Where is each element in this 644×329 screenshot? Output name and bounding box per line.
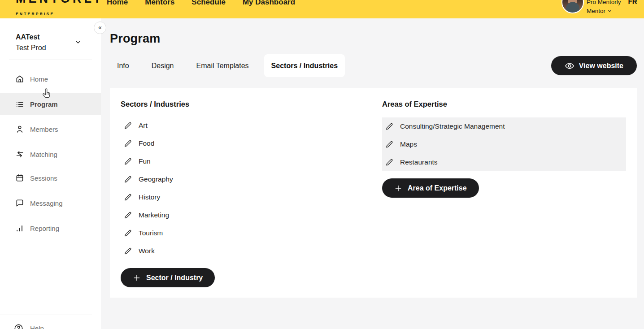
sector-list-item: Work [121, 242, 372, 260]
sidebar-item-label: Sessions [30, 174, 57, 182]
topnav-link-my-dashboard[interactable]: My Dashboard [243, 0, 295, 7]
edit-pencil-icon[interactable] [124, 229, 132, 237]
sectors-list: Art Food [121, 117, 372, 260]
collapse-icon: « [98, 24, 102, 30]
sidebar-item-home[interactable]: Home [0, 69, 101, 88]
expertise-list: Consulting/Strategic Management Maps [382, 117, 626, 171]
add-sector-button[interactable]: Sector / Industry [121, 268, 215, 287]
edit-pencil-icon[interactable] [124, 122, 132, 130]
sidebar-divider [0, 315, 92, 315]
person-icon [15, 125, 24, 134]
org-selector[interactable]: AATest Test Prod [0, 27, 101, 59]
edit-pencil-icon[interactable] [124, 176, 132, 183]
profile-menu[interactable]: Pro Mentorly FR Mentor [587, 0, 637, 14]
list-icon [15, 100, 24, 109]
edit-pencil-icon[interactable] [124, 158, 132, 165]
sidebar-item-matching[interactable]: Matching [0, 145, 101, 164]
expertise-label: Consulting/Strategic Management [400, 122, 505, 130]
eye-icon [565, 61, 574, 71]
logo-enterprise-label: ENTERPRISE [16, 12, 54, 16]
sector-list-item: Geography [121, 170, 372, 188]
calendar-icon [15, 173, 24, 182]
edit-pencil-icon[interactable] [124, 140, 132, 147]
role-dropdown[interactable]: Mentor [587, 8, 637, 14]
page-title: Program [110, 32, 644, 45]
role-label: Mentor [587, 8, 605, 14]
profile-name: Pro Mentorly [587, 0, 621, 5]
expertise-label: Restaurants [400, 158, 438, 166]
edit-pencil-icon[interactable] [124, 194, 132, 201]
sectors-column: Sectors / Industries Art [121, 88, 372, 287]
main-content: Program Info Design Email Templates Sect… [101, 18, 644, 329]
expertise-list-item: Maps [382, 135, 626, 153]
edit-pencil-icon[interactable] [124, 212, 132, 219]
home-icon [15, 74, 24, 83]
sidebar-divider [9, 60, 92, 60]
tab-sectors-industries[interactable]: Sectors / Industries [264, 54, 345, 77]
sidebar-item-reporting[interactable]: Reporting [0, 219, 101, 238]
sector-label: Food [139, 139, 154, 147]
sidebar-item-members[interactable]: Members [0, 120, 101, 139]
plus-icon [133, 274, 141, 282]
sidebar-collapse-button[interactable]: « [94, 22, 106, 34]
expertise-box: Consulting/Strategic Management Maps [382, 117, 626, 171]
topnav-link-mentors[interactable]: Mentors [145, 0, 174, 7]
sector-list-item: Marketing [121, 206, 372, 224]
edit-pencil-icon[interactable] [124, 247, 132, 255]
sidebar-item-label: Members [30, 126, 58, 133]
sector-label: Tourism [139, 229, 163, 237]
add-expertise-button[interactable]: Area of Expertise [382, 178, 479, 198]
topnav-link-schedule[interactable]: Schedule [191, 0, 226, 7]
sidebar: AATest Test Prod Home Program Members [0, 18, 101, 329]
add-expertise-label: Area of Expertise [408, 184, 467, 192]
sector-list-item: Food [121, 134, 372, 152]
view-website-label: View website [579, 62, 623, 70]
sector-list-item: Art [121, 117, 372, 134]
chat-bubble-icon [15, 199, 24, 208]
org-name: AATest [16, 33, 40, 41]
sidebar-item-label: Reporting [30, 225, 59, 232]
sector-label: History [139, 193, 160, 201]
edit-pencil-icon[interactable] [386, 123, 393, 130]
top-navbar: MENTORLY ENTERPRISE Home Mentors Schedul… [0, 0, 644, 18]
sidebar-item-help[interactable]: Help [0, 317, 101, 329]
sidebar-item-label: Help [30, 325, 44, 329]
sector-label: Fun [139, 157, 151, 165]
tab-design[interactable]: Design [144, 54, 181, 77]
sidebar-item-label: Matching [30, 151, 57, 158]
sector-label: Work [139, 247, 155, 255]
sectors-panel: Sectors / Industries Art [110, 88, 637, 298]
expertise-heading: Areas of Expertise [382, 100, 626, 108]
edit-pencil-icon[interactable] [386, 159, 393, 166]
edit-pencil-icon[interactable] [386, 141, 393, 148]
sectors-heading: Sectors / Industries [121, 100, 372, 108]
view-website-button[interactable]: View website [551, 56, 637, 75]
topnav-link-home[interactable]: Home [107, 0, 128, 7]
expertise-label: Maps [400, 140, 417, 148]
sector-label: Art [139, 121, 148, 130]
screen: MENTORLY ENTERPRISE Home Mentors Schedul… [0, 0, 644, 329]
logo-wordmark: MENTORLY [16, 0, 104, 5]
chevron-down-icon [607, 9, 612, 13]
org-program-name: Test Prod [16, 44, 46, 52]
bar-chart-icon [15, 224, 24, 233]
sector-label: Marketing [139, 211, 169, 219]
sector-list-item: Fun [121, 152, 372, 170]
sidebar-item-messaging[interactable]: Messaging [0, 194, 101, 212]
tab-info[interactable]: Info [110, 54, 136, 77]
locale-badge[interactable]: FR [628, 0, 637, 5]
sidebar-item-label: Home [30, 75, 48, 83]
chevron-down-icon [74, 39, 82, 46]
add-sector-label: Sector / Industry [146, 274, 203, 282]
program-tabs: Info Design Email Templates Sectors / In… [110, 54, 345, 77]
tab-email-templates[interactable]: Email Templates [189, 54, 256, 77]
plus-icon [394, 184, 402, 192]
sidebar-item-label: Program [30, 100, 58, 108]
tabs-row: Info Design Email Templates Sectors / In… [110, 54, 637, 77]
sector-label: Geography [139, 175, 173, 183]
user-avatar[interactable] [561, 0, 584, 13]
expertise-column: Areas of Expertise Consulting/Strategic … [382, 88, 626, 198]
sidebar-item-label: Messaging [30, 199, 63, 207]
expertise-list-item: Consulting/Strategic Management [382, 117, 626, 135]
sidebar-item-sessions[interactable]: Sessions [0, 169, 101, 187]
